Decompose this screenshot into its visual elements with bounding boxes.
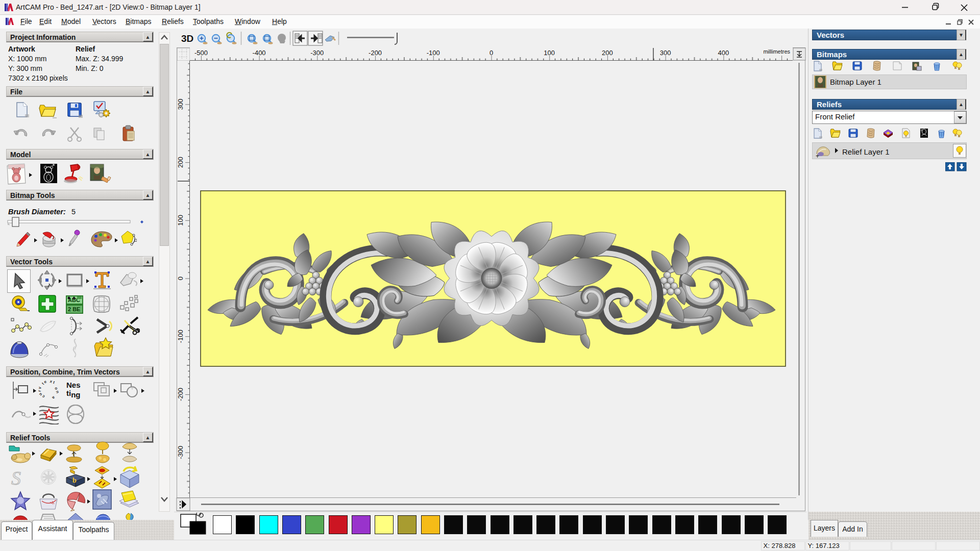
- svg-text:-300: -300: [310, 49, 324, 57]
- svg-text:t e: t e: [41, 380, 47, 386]
- svg-text:300: 300: [177, 98, 184, 110]
- svg-text:400: 400: [718, 49, 729, 57]
- svg-text:ting: ting: [66, 389, 81, 399]
- svg-text:r v: r v: [38, 386, 42, 392]
- svg-text:-400: -400: [253, 49, 266, 57]
- svg-text:b: b: [72, 477, 77, 484]
- svg-text:300: 300: [660, 49, 671, 57]
- svg-text:millimetres: millimetres: [763, 48, 790, 55]
- svg-text:2 BE: 2 BE: [68, 306, 80, 312]
- svg-text:-100: -100: [177, 330, 184, 343]
- svg-text:o n: o n: [54, 387, 59, 394]
- svg-text:200: 200: [177, 157, 184, 168]
- svg-text:100: 100: [544, 49, 555, 57]
- svg-text:Nes: Nes: [66, 381, 81, 389]
- svg-text:x t: x t: [49, 380, 55, 385]
- svg-text:-500: -500: [194, 49, 208, 57]
- svg-text:a: a: [51, 395, 56, 400]
- svg-text:100: 100: [177, 215, 184, 226]
- svg-text:S: S: [11, 468, 21, 489]
- svg-text:-300: -300: [177, 446, 184, 459]
- svg-text:200: 200: [602, 49, 613, 57]
- svg-text:0: 0: [489, 49, 493, 57]
- svg-text:-200: -200: [177, 388, 184, 401]
- svg-text:3D: 3D: [181, 33, 193, 44]
- svg-text:0: 0: [177, 277, 184, 280]
- svg-text:-200: -200: [369, 49, 382, 57]
- svg-text:+: +: [816, 153, 819, 159]
- svg-text:c u: c u: [38, 392, 45, 399]
- svg-text:-100: -100: [427, 49, 440, 57]
